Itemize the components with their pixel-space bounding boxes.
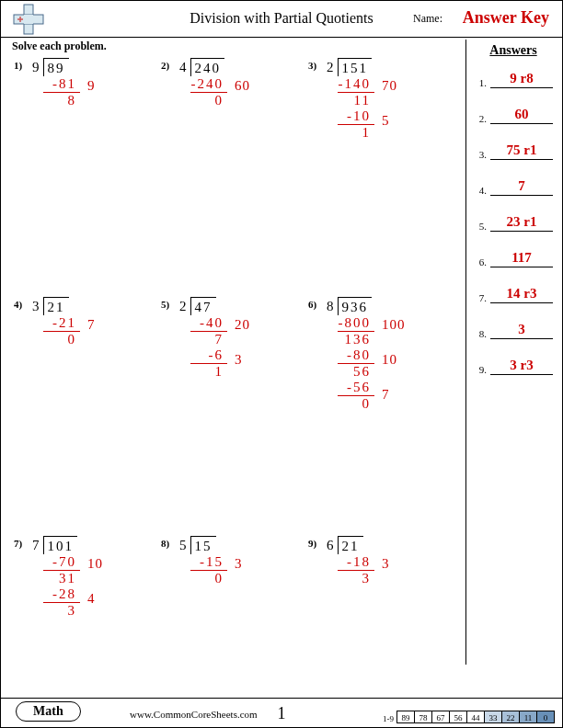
problems-grid: 1)9989-8182)604240-24003)7052151-14011-1… (14, 58, 455, 728)
problem-number: 7) (14, 538, 22, 549)
step-subtract: -15 (190, 554, 227, 570)
divisor: 4 (179, 58, 190, 75)
step-subtract: -18 (338, 554, 374, 570)
score-cell: 56 (449, 711, 467, 723)
answer-value: 14 r3 (490, 286, 553, 303)
step-result: 3 (43, 602, 80, 619)
step-subtract: -6 (190, 347, 227, 363)
partial-quotient: 9 (87, 78, 96, 94)
step-result: 31 (43, 570, 80, 586)
score-cell: 44 (466, 711, 485, 723)
answer-number: 8. (474, 328, 487, 339)
step-subtract: -21 (43, 315, 80, 331)
answer-number: 6. (474, 256, 487, 267)
dividend: 21 (43, 297, 69, 315)
step-result: 1 (190, 363, 227, 380)
problem: 3)7052151-14011-101 (308, 58, 455, 242)
answer-number: 2. (474, 113, 487, 124)
answer-value: 23 r1 (490, 214, 553, 232)
answer-number: 3. (474, 149, 487, 160)
partial-quotient: 70 (382, 78, 397, 94)
dividend: 47 (190, 297, 216, 315)
answer-row: 2.60 (474, 107, 553, 124)
problem-number: 5) (161, 299, 169, 310)
step-result: 1 (338, 124, 374, 141)
problem: 9)3621-183 (308, 536, 455, 683)
answer-row: 3.75 r1 (474, 142, 553, 160)
partial-quotient: 5 (382, 113, 390, 129)
dividend: 240 (190, 58, 225, 76)
step-subtract: -81 (43, 76, 80, 92)
step-result: 8 (43, 92, 80, 108)
problem-number: 1) (14, 60, 22, 71)
problem: 5)203247-407-61 (161, 297, 308, 481)
score-cell: 78 (414, 711, 432, 723)
step-subtract: -28 (43, 586, 80, 602)
step-subtract: -70 (43, 554, 80, 570)
divisor: 8 (327, 297, 338, 314)
divisor: 6 (327, 536, 338, 553)
step-subtract: -800 (338, 315, 374, 331)
step-result: 0 (338, 395, 374, 412)
name-label: Name: (413, 12, 442, 26)
score-cell: 89 (396, 711, 415, 723)
step-subtract: -240 (190, 76, 227, 92)
score-cell: 67 (431, 711, 450, 723)
partial-quotient: 10 (87, 556, 103, 572)
answer-value: 117 (490, 250, 553, 267)
footer: Math www.CommonCoreSheets.com 1 1-9 8978… (1, 698, 562, 727)
answer-value: 3 r3 (490, 358, 553, 375)
answer-number: 1. (474, 77, 487, 88)
step-result: 56 (338, 363, 374, 380)
answer-row: 5.23 r1 (474, 214, 553, 232)
problem-number: 8) (161, 538, 169, 549)
answer-value: 7 (490, 178, 553, 196)
step-result: 0 (190, 570, 227, 586)
divisor: 9 (32, 58, 43, 75)
problem-number: 3) (308, 60, 316, 71)
answers-column: Answers 1.9 r82.603.75 r14.75.23 r16.117… (465, 40, 553, 665)
divisor: 3 (32, 297, 43, 314)
answer-number: 5. (474, 221, 487, 232)
dividend: 89 (43, 58, 69, 76)
step-subtract: -10 (338, 108, 374, 124)
partial-quotient: 3 (235, 556, 243, 572)
header: Division with Partial Quotients Name: An… (1, 1, 562, 38)
partial-quotient: 3 (235, 352, 243, 368)
score-cell: 0 (536, 711, 555, 723)
page-number: 1 (278, 704, 286, 723)
answer-key-label: Answer Key (463, 8, 549, 28)
answer-row: 4.7 (474, 178, 553, 196)
problem-number: 6) (308, 299, 316, 310)
divisor: 5 (179, 536, 190, 553)
answer-number: 9. (474, 364, 487, 375)
dividend: 15 (190, 536, 216, 554)
step-subtract: -56 (338, 380, 374, 395)
step-result: 136 (338, 331, 374, 347)
dividend: 936 (338, 297, 373, 315)
step-result: 11 (338, 92, 374, 108)
score-range-label: 1-9 (383, 714, 394, 723)
answer-value: 9 r8 (490, 71, 553, 88)
instructions: Solve each problem. (12, 40, 107, 53)
step-subtract: -40 (190, 315, 227, 331)
answer-value: 75 r1 (490, 142, 553, 160)
problem: 2)604240-2400 (161, 58, 308, 242)
dividend: 21 (338, 536, 363, 554)
divisor: 2 (327, 58, 338, 75)
partial-quotient: 7 (87, 317, 96, 333)
step-result: 3 (338, 570, 374, 586)
problem: 8)3515-150 (161, 536, 308, 683)
problem: 7)1047101-7031-283 (14, 536, 161, 683)
answer-number: 7. (474, 292, 487, 303)
step-result: 0 (43, 331, 80, 347)
answer-value: 3 (490, 322, 553, 339)
partial-quotient: 4 (87, 591, 96, 607)
site-url: www.CommonCoreSheets.com (130, 709, 258, 720)
step-subtract: -140 (338, 76, 374, 92)
divisor: 7 (32, 536, 43, 553)
answer-row: 7.14 r3 (474, 286, 553, 303)
partial-quotient: 60 (235, 78, 250, 94)
problem: 4)7321-210 (14, 297, 161, 481)
answer-number: 4. (474, 185, 487, 196)
